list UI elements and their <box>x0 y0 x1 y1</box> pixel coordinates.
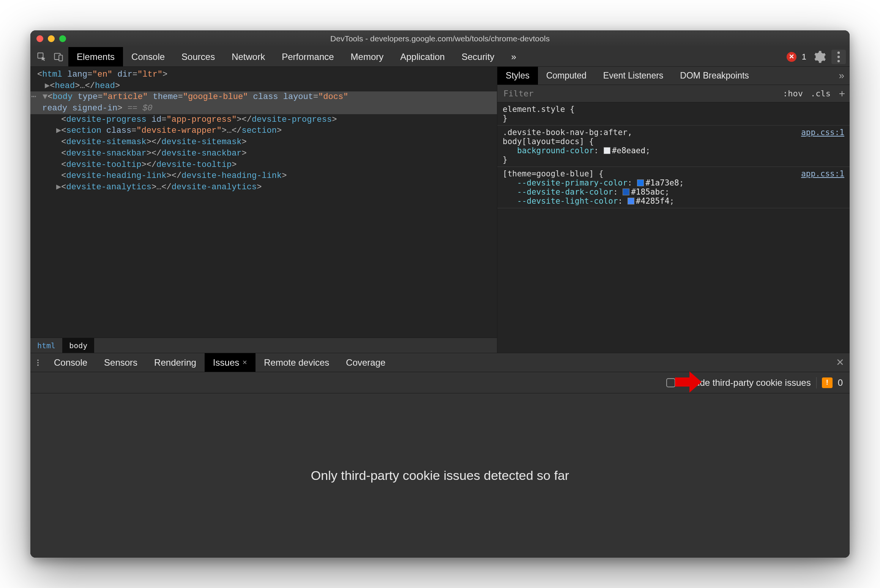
error-badge-icon[interactable]: ✕ <box>787 52 796 62</box>
dom-node[interactable]: ▶<devsite-progress id="app-progress"></d… <box>49 114 497 126</box>
tab-memory[interactable]: Memory <box>342 47 392 66</box>
device-toolbar-icon[interactable] <box>53 52 64 62</box>
issues-empty-message: Only third-party cookie issues detected … <box>311 468 569 483</box>
tabs-overflow[interactable]: » <box>503 47 524 66</box>
tab-security[interactable]: Security <box>453 47 503 66</box>
svg-point-7 <box>37 362 39 363</box>
svg-point-8 <box>37 364 39 366</box>
annotation-arrow-icon <box>675 371 702 395</box>
minimize-window-button[interactable] <box>48 35 55 42</box>
dom-tree[interactable]: <html lang="en" dir="ltr">▶<head>…</head… <box>30 67 497 338</box>
inspect-element-icon[interactable] <box>36 52 47 62</box>
issues-count: 0 <box>838 377 843 388</box>
main-toolbar: ElementsConsoleSourcesNetworkPerformance… <box>30 47 850 67</box>
styles-pane[interactable]: element.style {}app.css:1.devsite-book-n… <box>497 102 850 353</box>
tab-sources[interactable]: Sources <box>173 47 223 66</box>
dom-node[interactable]: ▶<devsite-tooltip></devsite-tooltip> <box>49 159 497 171</box>
breadcrumb: html body <box>30 338 497 353</box>
breadcrumb-html[interactable]: html <box>30 338 62 353</box>
settings-gear-icon[interactable] <box>812 50 826 64</box>
tab-network[interactable]: Network <box>223 47 273 66</box>
new-style-rule-button[interactable]: + <box>834 88 850 100</box>
dom-node[interactable]: ▶<head>…</head> <box>38 80 497 92</box>
drawer-tab-issues[interactable]: Issues✕ <box>205 353 255 372</box>
drawer-menu-kebab-icon[interactable] <box>30 353 46 372</box>
issues-empty-state: Only third-party cookie issues detected … <box>30 393 850 558</box>
svg-point-6 <box>37 359 39 361</box>
cls-toggle[interactable]: .cls <box>807 89 834 98</box>
hov-toggle[interactable]: :hov <box>779 89 807 98</box>
breadcrumb-body[interactable]: body <box>62 338 94 353</box>
dom-node[interactable]: ▶<section class="devsite-wrapper">…</sec… <box>49 125 497 137</box>
styles-tab-dom-breakpoints[interactable]: DOM Breakpoints <box>672 67 757 85</box>
drawer-tab-sensors[interactable]: Sensors <box>96 353 146 372</box>
svg-point-4 <box>837 55 840 58</box>
dom-node[interactable]: ▶<devsite-snackbar></devsite-snackbar> <box>49 148 497 159</box>
styles-filter-input[interactable]: Filter <box>497 89 779 98</box>
tab-elements[interactable]: Elements <box>68 47 123 66</box>
tab-performance[interactable]: Performance <box>273 47 342 66</box>
svg-rect-2 <box>59 55 62 61</box>
tab-application[interactable]: Application <box>392 47 453 66</box>
css-rule[interactable]: app.css:1.devsite-book-nav-bg:after,body… <box>497 126 850 167</box>
tab-console[interactable]: Console <box>123 47 173 66</box>
dom-node-selected[interactable]: ready signed-in> == $0 <box>30 103 497 114</box>
dom-node[interactable]: <html lang="en" dir="ltr"> <box>30 69 497 80</box>
dom-node[interactable]: ▶<devsite-analytics>…</devsite-analytics… <box>49 182 497 193</box>
rule-source-link[interactable]: app.css:1 <box>801 128 844 137</box>
css-rule[interactable]: app.css:1[theme=google-blue] {--devsite-… <box>497 167 850 208</box>
svg-point-3 <box>837 51 840 53</box>
dom-node[interactable]: ▶<devsite-heading-link></devsite-heading… <box>49 170 497 182</box>
dom-node-selected[interactable]: ⋯▼<body type="article" theme="google-blu… <box>30 91 497 103</box>
styles-tab-event-listeners[interactable]: Event Listeners <box>595 67 672 85</box>
drawer-tab-rendering[interactable]: Rendering <box>146 353 205 372</box>
drawer-tab-coverage[interactable]: Coverage <box>337 353 394 372</box>
issues-warning-icon[interactable]: ! <box>822 377 833 388</box>
styles-tab-styles[interactable]: Styles <box>497 67 538 85</box>
styles-tab-computed[interactable]: Computed <box>538 67 595 85</box>
include-third-party-checkbox[interactable] <box>666 378 675 387</box>
dom-node[interactable]: ▶<devsite-sitemask></devsite-sitemask> <box>49 137 497 148</box>
rule-source-link[interactable]: app.css:1 <box>801 169 844 178</box>
issues-toolbar: Include third-party cookie issues ! 0 <box>30 372 850 393</box>
close-tab-icon[interactable]: ✕ <box>242 359 247 366</box>
maximize-window-button[interactable] <box>59 35 66 42</box>
styles-tabs-overflow[interactable]: » <box>834 67 850 85</box>
close-window-button[interactable] <box>36 35 43 42</box>
window-titlebar: DevTools - developers.google.com/web/too… <box>30 30 850 47</box>
divider <box>816 377 817 388</box>
menu-kebab-icon[interactable] <box>831 50 846 64</box>
drawer-tab-console[interactable]: Console <box>46 353 96 372</box>
drawer-close-icon[interactable]: ✕ <box>831 353 850 372</box>
css-rule[interactable]: element.style {} <box>497 102 850 126</box>
window-title: DevTools - developers.google.com/web/too… <box>330 34 550 43</box>
error-count: 1 <box>802 52 806 62</box>
svg-point-5 <box>837 60 840 62</box>
drawer-tab-remote-devices[interactable]: Remote devices <box>255 353 337 372</box>
